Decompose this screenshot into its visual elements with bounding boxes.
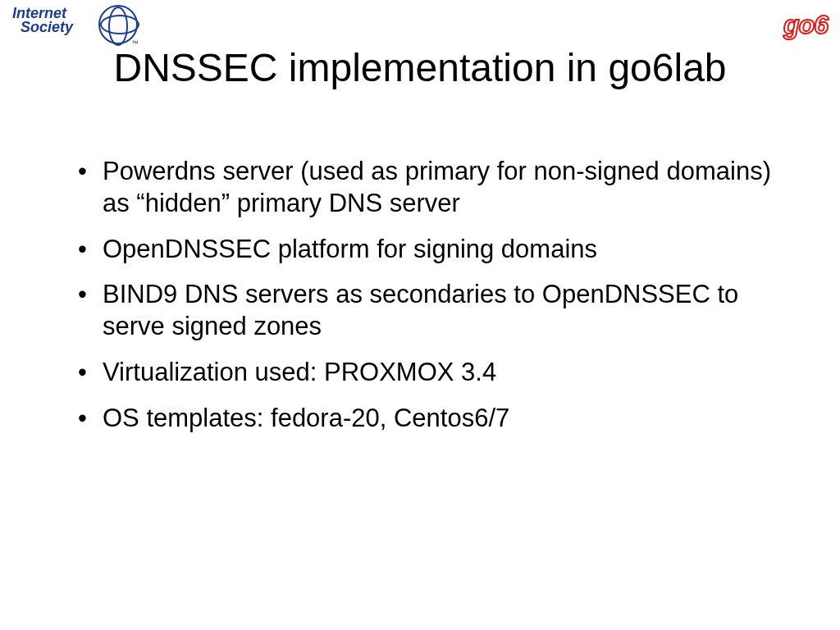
slide-title: DNSSEC implementation in go6lab: [0, 45, 840, 90]
go6-logo: go6: [783, 10, 828, 40]
globe-icon: [98, 5, 138, 44]
logo-text-line2: Society: [21, 19, 73, 35]
list-item: Powerdns server (used as primary for non…: [78, 156, 791, 220]
list-item: Virtualization used: PROXMOX 3.4: [78, 357, 791, 389]
bullet-list: Powerdns server (used as primary for non…: [78, 156, 791, 434]
internet-society-logo: Internet Society: [12, 7, 73, 34]
list-item: BIND9 DNS servers as secondaries to Open…: [78, 279, 791, 343]
list-item: OpenDNSSEC platform for signing domains: [78, 234, 791, 266]
slide-content: Powerdns server (used as primary for non…: [78, 156, 791, 448]
list-item: OS templates: fedora-20, Centos6/7: [78, 403, 791, 435]
